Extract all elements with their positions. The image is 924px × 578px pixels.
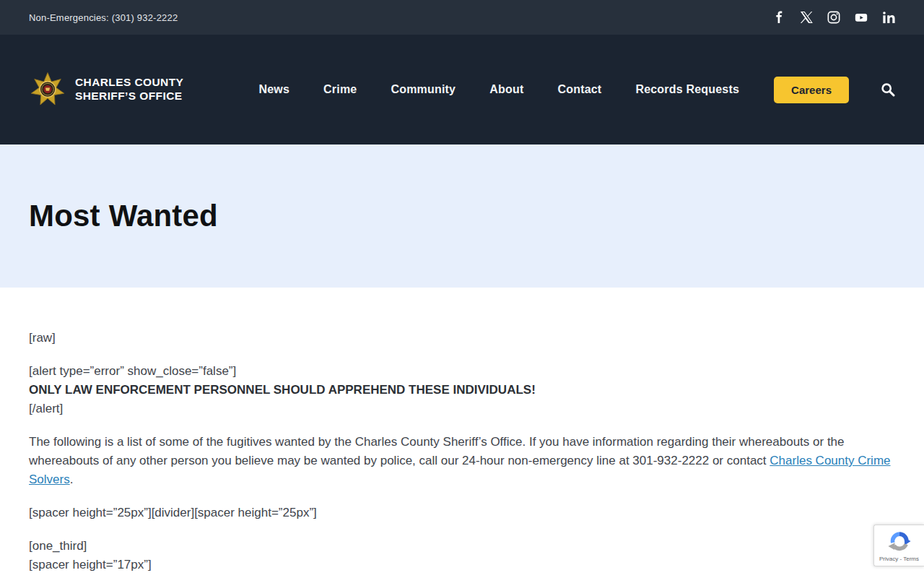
social-links — [772, 11, 895, 24]
instagram-icon[interactable] — [827, 11, 840, 24]
search-icon — [881, 82, 895, 97]
shortcode-raw-open: [raw] — [29, 329, 895, 348]
youtube-icon[interactable] — [855, 11, 868, 24]
page-hero: Most Wanted — [0, 144, 924, 288]
shortcode-spacer-divider: [spacer height=”25px”][divider][spacer h… — [29, 504, 895, 522]
site-title: CHARLES COUNTY SHERIFF’S OFFICE — [75, 76, 183, 103]
nav-item-about[interactable]: About — [489, 83, 523, 96]
shortcode-alert-open: [alert type=”error” show_close=”false”] — [29, 364, 236, 378]
page-content: [raw] [alert type=”error” show_close=”fa… — [0, 288, 924, 574]
recaptcha-badge[interactable]: Privacy - Terms — [873, 525, 924, 566]
careers-button[interactable]: Careers — [774, 77, 849, 103]
facebook-icon[interactable] — [772, 11, 785, 24]
nav-item-news[interactable]: News — [258, 83, 289, 96]
nav-item-community[interactable]: Community — [391, 83, 456, 96]
x-twitter-icon[interactable] — [800, 11, 813, 24]
nav-item-records-requests[interactable]: Records Requests — [635, 83, 739, 96]
nav-item-crime[interactable]: Crime — [323, 83, 357, 96]
recaptcha-terms-label[interactable]: Privacy - Terms — [879, 556, 919, 562]
top-bar: Non-Emergencies: (301) 932-2222 — [0, 0, 924, 35]
alert-warning-text: ONLY LAW ENFORCEMENT PERSONNEL SHOULD AP… — [29, 383, 536, 397]
alert-block: [alert type=”error” show_close=”false”] … — [29, 362, 895, 418]
intro-text-end: . — [70, 473, 74, 486]
intro-text: The following is a list of some of the f… — [29, 435, 845, 467]
main-header: CHARLES COUNTY SHERIFF’S OFFICE News Cri… — [0, 35, 924, 144]
recaptcha-icon — [887, 529, 912, 553]
site-logo[interactable]: CHARLES COUNTY SHERIFF’S OFFICE — [29, 71, 183, 108]
page-title: Most Wanted — [29, 199, 218, 233]
intro-paragraph: The following is a list of some of the f… — [29, 433, 895, 489]
linkedin-icon[interactable] — [882, 11, 895, 24]
site-title-line1: CHARLES COUNTY — [75, 76, 183, 90]
sheriff-badge-icon — [29, 71, 66, 108]
main-nav: News Crime Community About Contact Recor… — [258, 83, 739, 96]
shortcode-alert-close: [/alert] — [29, 402, 63, 415]
non-emergency-phone: Non-Emergencies: (301) 932-2222 — [29, 12, 178, 23]
site-title-line2: SHERIFF’S OFFICE — [75, 90, 183, 103]
shortcode-spacer-17: [spacer height=”17px”] — [29, 556, 895, 574]
nav-item-contact[interactable]: Contact — [557, 83, 601, 96]
shortcode-one-third: [one_third] — [29, 537, 895, 556]
search-button[interactable] — [881, 82, 895, 97]
